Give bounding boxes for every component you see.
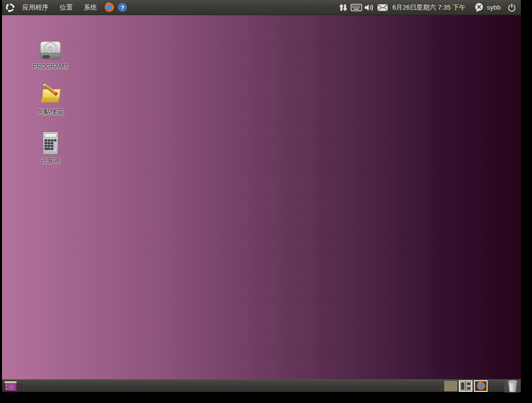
mini-desktop (5, 384, 17, 391)
help-launcher[interactable]: ? (116, 2, 128, 14)
keyboard-indicator[interactable] (350, 0, 363, 15)
mini-desktop-icon (6, 388, 8, 390)
desktop-icon-label: 计算器 (29, 157, 72, 166)
volume-indicator[interactable] (363, 0, 376, 15)
firefox-icon (476, 381, 486, 391)
workspace-2-windows[interactable] (459, 380, 472, 392)
calculator-icon (42, 131, 59, 155)
desktop-icon-label: 阿帖便笺 (29, 108, 72, 117)
mini-window-titlebar (5, 381, 17, 383)
trash-applet[interactable] (504, 380, 520, 392)
firefox-icon (103, 2, 115, 13)
mini-desktop-icon (6, 384, 8, 386)
trash-icon (506, 379, 519, 393)
firefox-launcher[interactable] (103, 2, 115, 14)
desktop-icon-label: PROGRAMS (29, 63, 72, 70)
menu-applications[interactable]: 应用程序 (17, 0, 54, 15)
desktop-icon-xpad[interactable]: 阿帖便笺 (29, 83, 72, 117)
keyboard-icon (350, 3, 362, 13)
bottom-panel-right (444, 380, 521, 392)
power-icon (507, 3, 517, 13)
menu-places[interactable]: 位置 (54, 0, 78, 15)
hard-disk-icon (37, 40, 64, 62)
window-list-grip-handle[interactable] (20, 378, 23, 393)
workspace-1-active[interactable] (444, 381, 457, 391)
window-layout-icon (460, 381, 471, 391)
show-desktop-button[interactable] (4, 381, 17, 391)
bottom-panel (2, 379, 521, 392)
desktop-icon-programs[interactable]: PROGRAMS (29, 38, 72, 70)
desktop-screen: 应用程序 位置 系统 ? (2, 0, 521, 392)
help-icon: ? (117, 2, 128, 13)
clock[interactable]: 6月26日星期六 7:35 下午 (389, 3, 469, 12)
svg-text:?: ? (120, 4, 124, 11)
me-menu[interactable]: sybb (470, 0, 505, 15)
menu-system[interactable]: 系统 (78, 0, 102, 15)
ubuntu-logo-icon (5, 2, 16, 13)
updown-arrows-icon (338, 3, 349, 13)
network-traffic-indicator[interactable] (337, 0, 350, 15)
session-menu-button[interactable] (505, 0, 519, 15)
sticky-notes-icon (38, 83, 63, 106)
desktop-workspace[interactable]: PROGRAMS (2, 15, 521, 379)
top-panel: 应用程序 位置 系统 ? (2, 0, 521, 15)
main-menu-button[interactable] (4, 2, 16, 14)
envelope-icon (377, 3, 389, 13)
indicator-grip-handle[interactable] (333, 0, 336, 15)
top-panel-right: 6月26日星期六 7:35 下午 sybb (333, 0, 521, 15)
desktop-icon-calculator[interactable]: 计算器 (29, 132, 72, 166)
username-label: sybb (487, 4, 501, 11)
user-status-offline-icon (474, 2, 485, 13)
workspace-3-firefox[interactable] (474, 380, 488, 392)
messages-indicator[interactable] (376, 0, 389, 15)
speaker-icon (363, 3, 376, 13)
